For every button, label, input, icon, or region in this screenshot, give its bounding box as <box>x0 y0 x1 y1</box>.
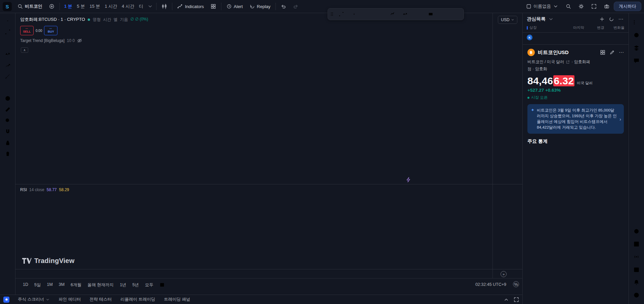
zoom-tool-button[interactable] <box>1 116 14 126</box>
percent-scale-button[interactable]: % <box>513 281 519 287</box>
zigzag-tool-button[interactable] <box>386 9 398 19</box>
interval-chevron-icon[interactable] <box>147 4 153 9</box>
indicators-button[interactable]: Indicators <box>174 2 207 11</box>
ruler-tool-button[interactable] <box>1 104 14 115</box>
sell-button[interactable]: ⋯ SELL <box>20 26 34 35</box>
watchlist-column-header[interactable]: 변경 <box>584 25 604 30</box>
interval-button[interactable]: 1 분 <box>62 2 75 11</box>
watchlist-row[interactable]: K <box>523 33 629 42</box>
panel-expand-icon[interactable] <box>504 297 509 302</box>
regression-tool-button[interactable] <box>374 9 386 19</box>
panel-alerts-button[interactable] <box>631 29 643 41</box>
magnet-tool-button[interactable] <box>1 127 14 137</box>
drag-handle-tool-button[interactable] <box>329 9 335 19</box>
currency-toggle-button[interactable]: USD <box>498 16 517 24</box>
goto-realtime-button[interactable]: » <box>501 271 507 277</box>
rectangle-tool-button[interactable] <box>425 9 437 19</box>
pattern-tool-button[interactable] <box>399 9 411 19</box>
settings-button[interactable] <box>575 2 587 11</box>
panel-help-button[interactable] <box>631 289 643 301</box>
symbol-title[interactable]: 암호화폐:BTCUSD · 1 · CRYPTO <box>20 16 85 23</box>
add-symbol-icon[interactable] <box>598 16 606 22</box>
buy-button[interactable]: ⋯ BUY <box>44 26 57 35</box>
channel-tool-button[interactable] <box>361 9 373 19</box>
watchlist-column-header[interactable]: 상장 <box>527 25 557 30</box>
quick-search-button[interactable] <box>563 2 574 11</box>
trendline-tool-button[interactable] <box>335 9 347 19</box>
lightning-badge-icon[interactable] <box>405 176 412 183</box>
bottom-tab[interactable]: 주식 스크리너 <box>13 295 54 304</box>
text-tool-button[interactable] <box>437 9 449 19</box>
panel-notifications-button[interactable] <box>631 276 643 288</box>
fullscreen-button[interactable] <box>588 2 600 11</box>
emoji-tool-button[interactable] <box>1 93 14 103</box>
panel-streams-button[interactable] <box>631 251 643 262</box>
forecast-tool-button[interactable] <box>1 60 14 70</box>
chart-style-button[interactable] <box>159 2 170 11</box>
alert-button[interactable]: Alert <box>223 2 246 11</box>
interval-button[interactable]: 5 분 <box>75 2 87 11</box>
flat-channel-tool-button[interactable] <box>412 9 424 19</box>
fib-tool-button[interactable] <box>1 38 14 48</box>
trash-tool-button[interactable] <box>1 149 14 159</box>
range-button[interactable]: 6개월 <box>68 281 84 289</box>
price-axis[interactable] <box>492 13 522 184</box>
watchlist-column-header[interactable]: 마지막 <box>557 25 584 30</box>
text-tool-button[interactable] <box>1 82 14 92</box>
crosshair-tool-button[interactable] <box>1 16 14 26</box>
compare-add-button[interactable] <box>46 2 57 11</box>
eye-off-icon[interactable] <box>77 38 82 43</box>
range-button[interactable]: 올해 현재까지 <box>85 281 116 289</box>
interval-button[interactable]: 15 분 <box>87 2 102 11</box>
rsi-legend[interactable]: RSI 14 close 58.77 58.29 <box>20 187 69 192</box>
range-button[interactable]: 1D <box>20 281 31 288</box>
indicator-legend[interactable]: Target Trend [BigBeluga] 10 0 <box>20 38 82 43</box>
portfolio-icon[interactable] <box>608 16 615 22</box>
brush-tool-button[interactable] <box>1 71 14 81</box>
chart-area[interactable]: » 1D5일1M3M6개월올해 현재까지1년5년모두02:32:45 UTC+9… <box>15 13 522 295</box>
interval-button[interactable]: 4 시간 <box>120 2 137 11</box>
price-chart[interactable] <box>15 13 492 184</box>
clock[interactable]: 02:32:45 UTC+9 <box>475 281 506 287</box>
undo-button[interactable] <box>278 2 289 11</box>
panel-calendar-button[interactable] <box>631 264 643 275</box>
range-button[interactable]: 5일 <box>32 281 43 289</box>
snapshot-button[interactable] <box>601 2 612 11</box>
watchlist-title[interactable]: 관심목록 <box>527 16 555 22</box>
redo-button[interactable] <box>290 2 301 11</box>
panel-fullscreen-icon[interactable] <box>514 297 519 302</box>
more-options-icon[interactable]: ⋯ <box>619 49 624 55</box>
range-button[interactable]: 1M <box>44 281 55 288</box>
hline-tool-button[interactable] <box>348 9 360 19</box>
range-button[interactable]: 5년 <box>130 281 141 289</box>
anchored-text-tool-button[interactable] <box>450 9 462 19</box>
symbol-search-button[interactable]: 비트코인 <box>14 2 45 11</box>
pane-separator[interactable] <box>15 184 522 184</box>
trendline-tool-button[interactable] <box>1 27 14 37</box>
pattern-tool-button[interactable] <box>1 49 14 59</box>
bottom-tab[interactable]: 파인 에디터 <box>54 295 85 304</box>
watchlist-column-header[interactable]: 변화율 <box>604 25 625 30</box>
panel-ideas-button[interactable] <box>631 225 643 237</box>
lock-tool-button[interactable] <box>1 138 14 148</box>
go-to-date-button[interactable] <box>157 281 167 289</box>
symbol-detail-title[interactable]: 비트코인USD <box>538 49 569 56</box>
bottom-tab[interactable]: 트레이딩 패널 <box>160 295 195 304</box>
favorites-star-button[interactable] <box>3 297 9 303</box>
rsi-pane[interactable] <box>15 184 492 269</box>
edit-icon[interactable] <box>609 49 615 55</box>
panel-watchlist-button[interactable] <box>631 16 643 28</box>
interval-button[interactable]: 디 <box>136 2 145 11</box>
indicator-templates-button[interactable] <box>208 2 219 11</box>
range-button[interactable]: 모두 <box>142 281 156 289</box>
replay-button[interactable]: Replay <box>247 2 273 11</box>
panel-screener-button[interactable] <box>631 238 643 250</box>
news-card[interactable]: ✦ 비트코인은 3월 9일 이후 최고가인 85,000달러까지 상승했으며, … <box>527 104 624 134</box>
interval-button[interactable]: 1 시간 <box>102 2 120 11</box>
panel-layers-button[interactable] <box>631 42 643 53</box>
bottom-tab[interactable]: 전략 테스터 <box>85 295 116 304</box>
range-button[interactable]: 1년 <box>117 281 129 289</box>
layout-button[interactable]: 이름없음 <box>523 2 561 11</box>
external-link-icon[interactable] <box>566 59 570 65</box>
bottom-tab[interactable]: 리플레이 트레이딩 <box>116 295 159 304</box>
